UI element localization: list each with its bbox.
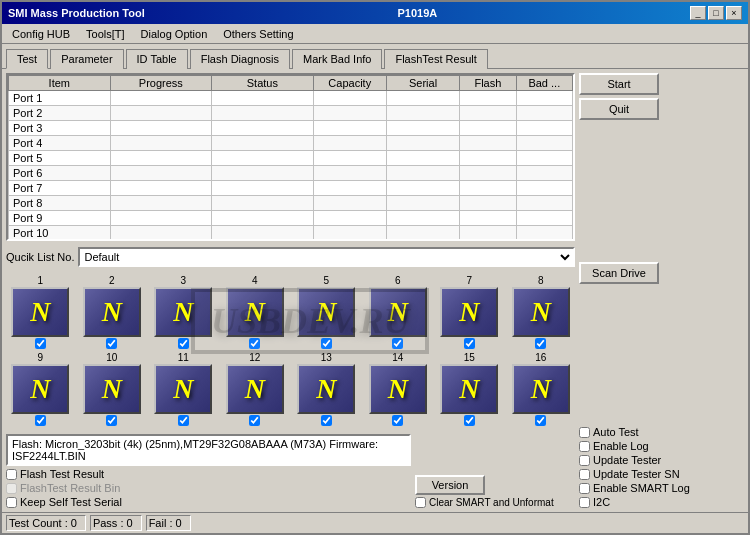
port-button-15[interactable]: N: [440, 364, 498, 414]
port-n-label: N: [30, 296, 50, 328]
port-check-1[interactable]: [35, 338, 46, 349]
right-checkbox-0[interactable]: Auto Test: [579, 426, 744, 438]
port-check-13[interactable]: [321, 415, 332, 426]
flash-test-result-label[interactable]: Flash Test Result: [6, 468, 411, 480]
port-button-5[interactable]: N: [297, 287, 355, 337]
content-area: Item Progress Status Capacity Serial Fla…: [2, 68, 748, 512]
col-serial: Serial: [386, 76, 459, 91]
right-checkbox-1[interactable]: Enable Log: [579, 440, 744, 452]
port-number-7: 7: [466, 275, 472, 286]
clear-smart-check[interactable]: [415, 497, 426, 508]
flashtest-result-bin-check[interactable]: [6, 483, 17, 494]
close-button[interactable]: ×: [726, 6, 742, 20]
port-number-3: 3: [180, 275, 186, 286]
quicklist-area: Qucik List No. Default: [6, 247, 575, 267]
quit-button[interactable]: Quit: [579, 98, 659, 120]
port-button-12[interactable]: N: [226, 364, 284, 414]
port-check-6[interactable]: [392, 338, 403, 349]
port-n-label: N: [173, 296, 193, 328]
port-button-3[interactable]: N: [154, 287, 212, 337]
quicklist-select[interactable]: Default: [78, 247, 575, 267]
flash-test-result-check[interactable]: [6, 469, 17, 480]
keep-self-test-label[interactable]: Keep Self Test Serial: [6, 496, 411, 508]
tab-parameter[interactable]: Parameter: [50, 49, 123, 69]
port-number-2: 2: [109, 275, 115, 286]
right-check-2[interactable]: [579, 455, 590, 466]
port-check-10[interactable]: [106, 415, 117, 426]
port-button-14[interactable]: N: [369, 364, 427, 414]
menu-others-setting[interactable]: Others Setting: [217, 27, 299, 41]
port-number-14: 14: [392, 352, 403, 363]
port-check-8[interactable]: [535, 338, 546, 349]
tab-mark-bad-info[interactable]: Mark Bad Info: [292, 49, 382, 69]
table-row: Port 3: [9, 121, 573, 136]
port-button-13[interactable]: N: [297, 364, 355, 414]
port-button-8[interactable]: N: [512, 287, 570, 337]
port-button-7[interactable]: N: [440, 287, 498, 337]
port-check-2[interactable]: [106, 338, 117, 349]
port-button-1[interactable]: N: [11, 287, 69, 337]
col-bad: Bad ...: [516, 76, 572, 91]
port-check-12[interactable]: [249, 415, 260, 426]
port-check-3[interactable]: [178, 338, 189, 349]
port-item-16: 16 N: [507, 352, 576, 426]
port-check-5[interactable]: [321, 338, 332, 349]
port-item-5: 5 N: [292, 275, 361, 349]
port-button-4[interactable]: N: [226, 287, 284, 337]
port-item-6: 6 N: [364, 275, 433, 349]
port-n-label: N: [30, 373, 50, 405]
port-check-15[interactable]: [464, 415, 475, 426]
port-check-11[interactable]: [178, 415, 189, 426]
port-n-label: N: [173, 373, 193, 405]
right-checkbox-3[interactable]: Update Tester SN: [579, 468, 744, 480]
scan-drive-button[interactable]: Scan Drive: [579, 262, 659, 284]
tabs-bar: Test Parameter ID Table Flash Diagnosis …: [2, 44, 748, 68]
port-number-5: 5: [323, 275, 329, 286]
port-check-9[interactable]: [35, 415, 46, 426]
start-button[interactable]: Start: [579, 73, 659, 95]
port-button-11[interactable]: N: [154, 364, 212, 414]
maximize-button[interactable]: □: [708, 6, 724, 20]
quicklist-label: Qucik List No.: [6, 251, 74, 263]
table-row: Port 1: [9, 91, 573, 106]
port-checkbox-13: [321, 415, 332, 426]
tab-flashtest-result[interactable]: FlashTest Result: [384, 49, 487, 69]
port-button-16[interactable]: N: [512, 364, 570, 414]
minimize-button[interactable]: _: [690, 6, 706, 20]
port-button-9[interactable]: N: [11, 364, 69, 414]
port-check-7[interactable]: [464, 338, 475, 349]
menu-tools[interactable]: Tools[T]: [80, 27, 131, 41]
tab-test[interactable]: Test: [6, 49, 48, 69]
version-button[interactable]: Version: [415, 475, 485, 495]
port-checkbox-15: [464, 415, 475, 426]
port-check-14[interactable]: [392, 415, 403, 426]
right-check-4[interactable]: [579, 483, 590, 494]
port-check-4[interactable]: [249, 338, 260, 349]
clear-smart-label[interactable]: Clear SMART and Unformat: [415, 497, 575, 508]
table-row: Port 5: [9, 151, 573, 166]
right-check-0[interactable]: [579, 427, 590, 438]
right-check-1[interactable]: [579, 441, 590, 452]
port-button-6[interactable]: N: [369, 287, 427, 337]
right-checkbox-5[interactable]: I2C: [579, 496, 744, 508]
menu-dialog-option[interactable]: Dialog Option: [135, 27, 214, 41]
port-check-16[interactable]: [535, 415, 546, 426]
port-number-11: 11: [178, 352, 189, 363]
menu-config-hub[interactable]: Config HUB: [6, 27, 76, 41]
window-title: SMI Mass Production Tool: [8, 7, 145, 19]
port-item-7: 7 N: [435, 275, 504, 349]
port-button-10[interactable]: N: [83, 364, 141, 414]
port-checkbox-2: [106, 338, 117, 349]
right-checkbox-4[interactable]: Enable SMART Log: [579, 482, 744, 494]
port-number-8: 8: [538, 275, 544, 286]
tab-id-table[interactable]: ID Table: [126, 49, 188, 69]
port-number-10: 10: [106, 352, 117, 363]
right-checkbox-2[interactable]: Update Tester: [579, 454, 744, 466]
fail-count: Fail : 0: [146, 515, 191, 531]
tab-flash-diagnosis[interactable]: Flash Diagnosis: [190, 49, 290, 69]
right-check-5[interactable]: [579, 497, 590, 508]
right-checkboxes: Auto Test Enable Log Update Tester Updat…: [579, 426, 744, 508]
right-check-3[interactable]: [579, 469, 590, 480]
port-button-2[interactable]: N: [83, 287, 141, 337]
keep-self-test-check[interactable]: [6, 497, 17, 508]
